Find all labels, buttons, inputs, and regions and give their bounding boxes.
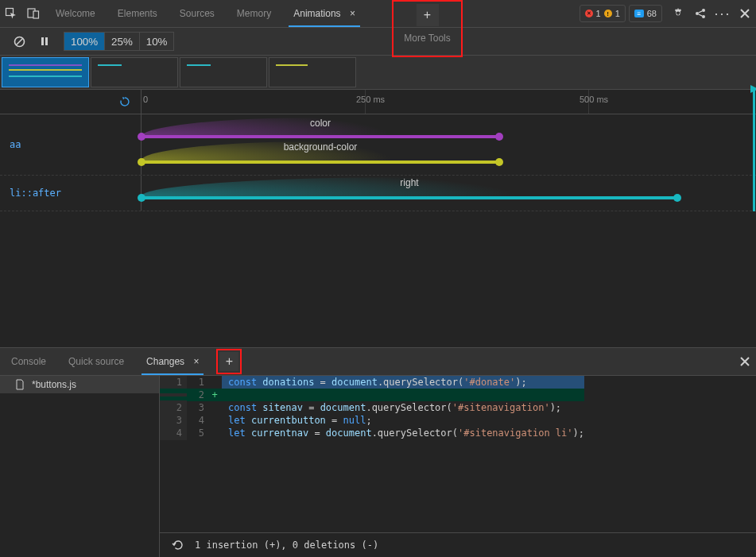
code-line-2[interactable]: 2+ xyxy=(160,389,584,401)
bgcolor-bar[interactable] xyxy=(142,161,499,164)
bgcolor-label: background-color xyxy=(284,141,358,153)
row-label-after[interactable]: li::after xyxy=(0,176,142,211)
animation-group-2[interactable] xyxy=(91,57,178,87)
issue-badges: ✕ 1 ! 1 ≡ 68 xyxy=(575,5,668,22)
tick-0: 0 xyxy=(143,95,148,104)
svg-rect-7 xyxy=(41,37,44,45)
ruler-track[interactable]: 0 250 ms 500 ms xyxy=(142,90,756,114)
more-menu-button[interactable]: ··· xyxy=(711,2,734,25)
clear-button[interactable] xyxy=(8,30,30,52)
bgcolor-end-knob[interactable] xyxy=(495,158,503,166)
tab-memory[interactable]: Memory xyxy=(226,0,282,27)
drawer-tab-console[interactable]: Console xyxy=(0,348,57,375)
code-lines: 11 const donations = document.querySelec… xyxy=(160,376,756,532)
speed-25-button[interactable]: 25% xyxy=(105,33,140,50)
tab-sources[interactable]: Sources xyxy=(169,0,226,27)
drawer-close-button[interactable] xyxy=(734,350,756,373)
color-end-knob[interactable] xyxy=(495,133,503,141)
tab-animations-close[interactable]: × xyxy=(350,8,355,19)
tab-elements[interactable]: Elements xyxy=(107,0,169,27)
row-label-aa[interactable]: aa xyxy=(0,114,142,175)
timeline-row-after: li::after right xyxy=(0,176,756,211)
svg-rect-8 xyxy=(45,37,48,45)
color-start-knob[interactable] xyxy=(138,133,145,141)
playback-speed-group: 100% 25% 10% xyxy=(64,32,174,51)
playhead-icon xyxy=(750,85,756,93)
code-line-1[interactable]: 11 const donations = document.querySelec… xyxy=(160,376,584,389)
tab-animations-label: Animations xyxy=(293,8,340,19)
drawer-tab-quicksource[interactable]: Quick source xyxy=(57,348,135,375)
inspect-element-icon[interactable] xyxy=(0,2,22,25)
close-icon xyxy=(739,8,750,19)
animations-controls: 100% 25% 10% xyxy=(0,28,756,56)
right-bar[interactable] xyxy=(142,196,677,199)
errors-badge[interactable]: ✕ 1 ! 1 xyxy=(580,5,626,22)
svg-point-5 xyxy=(702,15,705,18)
revert-icon[interactable] xyxy=(171,539,184,551)
right-label: right xyxy=(400,177,418,188)
code-line-4[interactable]: 34 let currentbutton = null; xyxy=(160,414,584,427)
animation-group-4[interactable] xyxy=(269,57,356,87)
warnings-count: 1 xyxy=(615,9,620,18)
replay-gutter xyxy=(0,90,142,114)
code-line-5[interactable]: 45 let currentnav = document.querySelect… xyxy=(160,427,584,439)
experiments-button[interactable] xyxy=(689,2,711,25)
speed-100-button[interactable]: 100% xyxy=(64,33,105,50)
changes-file-tree: *buttons.js xyxy=(0,376,160,557)
messages-badge[interactable]: ≡ 68 xyxy=(629,5,662,22)
speed-10-button[interactable]: 10% xyxy=(140,33,174,50)
timeline-ruler: 0 250 ms 500 ms xyxy=(0,90,756,114)
changes-summary-text: 1 insertion (+), 0 deletions (-) xyxy=(195,540,378,551)
code-line-3[interactable]: 23 const sitenav = document.querySelecto… xyxy=(160,401,584,414)
color-bar[interactable] xyxy=(142,135,499,138)
svg-rect-2 xyxy=(33,11,39,18)
row-track-after[interactable]: right xyxy=(142,176,756,211)
gear-icon xyxy=(672,7,684,20)
error-icon: ✕ xyxy=(585,10,593,17)
file-name: *buttons.js xyxy=(32,379,76,390)
tick-500: 500 ms xyxy=(580,95,608,104)
color-label: color xyxy=(310,118,331,129)
errors-count: 1 xyxy=(596,9,601,18)
svg-point-3 xyxy=(696,12,699,15)
right-start-knob[interactable] xyxy=(138,194,145,202)
messages-count: 68 xyxy=(647,9,657,18)
diff-viewer: 11 const donations = document.querySelec… xyxy=(160,376,756,557)
row-track-aa[interactable]: color background-color xyxy=(142,114,756,175)
file-item-buttons[interactable]: *buttons.js xyxy=(0,376,159,393)
warning-icon: ! xyxy=(604,10,612,17)
bgcolor-start-knob[interactable] xyxy=(138,158,145,166)
device-toolbar-icon[interactable] xyxy=(22,2,45,25)
file-icon xyxy=(14,379,25,390)
timeline-row-aa: aa color background-color xyxy=(0,114,756,176)
drawer: Console Quick source Changes × + *button… xyxy=(0,347,756,557)
drawer-tab-changes-close[interactable]: × xyxy=(193,356,199,367)
changes-summary-bar: 1 insertion (+), 0 deletions (-) xyxy=(160,532,756,557)
message-icon: ≡ xyxy=(634,10,644,17)
close-icon xyxy=(739,356,750,367)
devices-icon xyxy=(27,7,40,20)
tab-welcome[interactable]: Welcome xyxy=(45,0,107,27)
tick-250: 250 ms xyxy=(356,95,385,104)
drawer-tab-changes-label: Changes xyxy=(146,356,184,367)
animation-group-1[interactable] xyxy=(2,57,89,87)
drawer-tab-bar: Console Quick source Changes × + xyxy=(0,348,756,376)
drawer-more-tabs-button[interactable]: + xyxy=(219,352,238,371)
replay-icon[interactable] xyxy=(118,95,131,108)
drawer-body: *buttons.js 11 const donations = documen… xyxy=(0,376,756,557)
right-end-knob[interactable] xyxy=(673,194,681,202)
more-tabs-button[interactable]: + xyxy=(417,4,439,26)
playhead-marker[interactable] xyxy=(753,90,755,211)
tab-animations[interactable]: Animations × xyxy=(282,0,366,27)
settings-button[interactable] xyxy=(667,2,689,25)
pause-button[interactable] xyxy=(33,30,56,52)
animation-group-3[interactable] xyxy=(180,57,267,87)
close-devtools-button[interactable] xyxy=(734,2,756,25)
pause-icon xyxy=(40,37,49,46)
share-icon xyxy=(694,7,707,20)
drawer-tab-changes[interactable]: Changes × xyxy=(135,348,210,375)
prohibit-icon xyxy=(14,36,25,48)
drawer-more-tools-callout: + xyxy=(216,349,242,374)
devtools-tab-bar: Welcome Elements Sources Memory Animatio… xyxy=(0,0,756,28)
inspect-icon xyxy=(5,7,17,20)
